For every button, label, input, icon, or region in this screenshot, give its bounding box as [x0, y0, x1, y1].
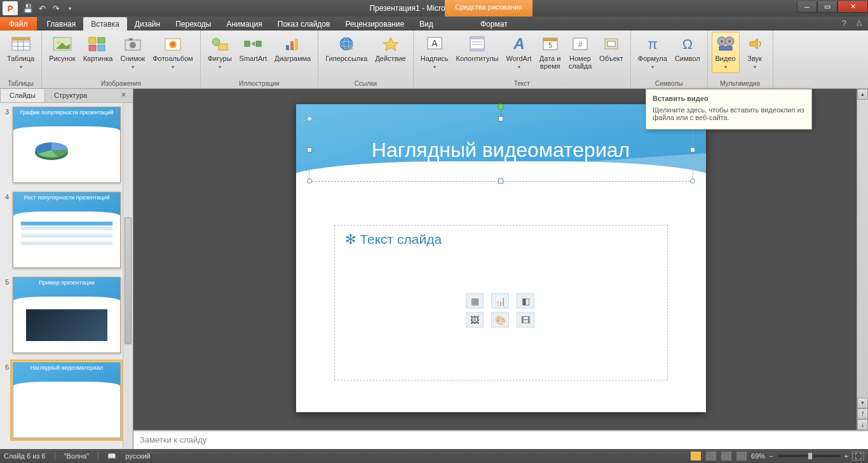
- thumb-number: 5: [3, 277, 9, 353]
- audio-button[interactable]: Звук▾: [741, 32, 769, 73]
- zoom-slider[interactable]: [777, 455, 841, 457]
- thumbnail-4[interactable]: 4 Рост популярности презентаций: [3, 192, 130, 268]
- tab-view[interactable]: Вид: [412, 17, 441, 30]
- symbol-button[interactable]: ΩСимвол: [672, 32, 703, 64]
- wordart-label: WordArt: [506, 55, 532, 62]
- help-icon[interactable]: ?: [842, 18, 846, 28]
- thumbnail-6[interactable]: 6 Наглядный видеоматериал: [3, 362, 130, 438]
- picture-button[interactable]: Рисунок: [46, 32, 79, 64]
- slidenum-button[interactable]: #Номер слайда: [566, 32, 595, 72]
- tab-transitions[interactable]: Переходы: [168, 17, 219, 30]
- slidenum-label: Номер слайда: [569, 55, 592, 70]
- table-button[interactable]: Таблица▾: [4, 32, 37, 73]
- svg-rect-25: [290, 41, 294, 50]
- video-button[interactable]: Видео▾: [712, 32, 740, 73]
- clipart-button[interactable]: Картинка: [80, 32, 116, 64]
- resize-handle[interactable]: [498, 116, 503, 121]
- datetime-button[interactable]: 5Дата и время: [536, 32, 564, 72]
- scroll-up-icon[interactable]: ▲: [857, 89, 868, 100]
- svg-rect-45: [607, 41, 615, 46]
- panel-close-icon[interactable]: ✕: [114, 89, 133, 102]
- status-language[interactable]: русский: [125, 452, 150, 460]
- tab-design[interactable]: Дизайн: [127, 17, 168, 30]
- photoalbum-icon: [163, 34, 183, 54]
- table-icon: [11, 34, 31, 54]
- title-placeholder[interactable]: Наглядный видеоматериал: [309, 118, 693, 182]
- zoom-out-button[interactable]: −: [769, 452, 773, 460]
- contextual-tab-label: Средства рисования: [445, 0, 532, 17]
- tab-insert[interactable]: Вставка: [83, 17, 127, 30]
- minimize-button[interactable]: ─: [797, 1, 817, 13]
- resize-handle[interactable]: [307, 178, 312, 184]
- fit-window-button[interactable]: ⛶: [852, 452, 864, 460]
- wordart-button[interactable]: AWordArt▾: [503, 32, 535, 73]
- resize-handle[interactable]: [690, 178, 695, 184]
- file-tab[interactable]: Файл: [0, 17, 37, 30]
- insert-table-icon[interactable]: ▦: [466, 293, 484, 308]
- slide-stage[interactable]: Наглядный видеоматериал ✻ Текст слайда: [133, 89, 868, 430]
- insert-chart-icon[interactable]: 📊: [491, 293, 509, 308]
- tab-animations[interactable]: Анимация: [219, 17, 269, 30]
- work-area: Слайды Структура ✕ 3 График популярности…: [0, 89, 868, 449]
- resize-handle[interactable]: [307, 147, 312, 152]
- normal-view-button[interactable]: [690, 451, 702, 461]
- qat-more-icon[interactable]: ▾: [64, 2, 76, 15]
- action-button[interactable]: Действие: [372, 32, 409, 64]
- video-label: Видео: [715, 55, 736, 62]
- svg-text:5: 5: [548, 41, 552, 49]
- shapes-icon: [210, 34, 230, 54]
- shapes-button[interactable]: Фигуры▾: [205, 32, 235, 73]
- headerfooter-button[interactable]: Колонтитулы: [453, 32, 502, 64]
- tab-format[interactable]: Формат: [473, 17, 515, 30]
- hyperlink-button[interactable]: Гиперссылка: [322, 32, 370, 64]
- smartart-button[interactable]: SmartArt: [236, 32, 270, 64]
- tab-review[interactable]: Рецензирование: [337, 17, 412, 30]
- next-slide-icon[interactable]: ⭳: [857, 419, 868, 430]
- thumb-title: График популярности презентаций: [13, 107, 120, 116]
- tab-home[interactable]: Главная: [39, 17, 84, 30]
- reading-view-button[interactable]: [721, 451, 732, 461]
- canvas-scrollbar[interactable]: ▲ ▼ ⭱ ⭳: [857, 89, 868, 430]
- svg-rect-24: [286, 45, 289, 50]
- screenshot-button[interactable]: Снимок▾: [117, 32, 148, 73]
- chevron-down-icon: ▾: [219, 64, 221, 70]
- sorter-view-button[interactable]: [705, 451, 717, 461]
- object-button[interactable]: Объект: [596, 32, 626, 64]
- scroll-down-icon[interactable]: ▼: [857, 398, 868, 408]
- insert-smartart-icon[interactable]: ◧: [517, 293, 534, 308]
- resize-handle[interactable]: [307, 116, 312, 121]
- slidenum-icon: #: [570, 34, 590, 54]
- thumbnails: 3 График популярности презентаций 4 Рост…: [0, 103, 133, 449]
- insert-picture-icon[interactable]: 🖼: [466, 312, 484, 327]
- equation-button[interactable]: πФормула▾: [635, 32, 670, 73]
- undo-button[interactable]: ↶: [36, 2, 48, 15]
- slideshow-view-button[interactable]: [736, 451, 747, 461]
- panel-tab-slides[interactable]: Слайды: [0, 89, 45, 102]
- notes-pane[interactable]: Заметки к слайду: [133, 430, 868, 449]
- zoom-level[interactable]: 69%: [751, 452, 765, 460]
- tab-slideshow[interactable]: Показ слайдов: [270, 17, 338, 30]
- zoom-in-button[interactable]: +: [844, 452, 848, 460]
- tooltip-title: Вставить видео: [653, 95, 805, 102]
- rotation-handle[interactable]: [498, 104, 504, 110]
- spellcheck-icon[interactable]: 📖: [107, 452, 116, 460]
- photoalbum-button[interactable]: Фотоальбом▾: [149, 32, 196, 73]
- content-placeholder[interactable]: ✻ Текст слайда ▦ 📊 ◧ 🖼 🎨 🎞: [334, 225, 668, 380]
- ribbon-collapse-icon[interactable]: △: [857, 18, 862, 27]
- thumbnail-3[interactable]: 3 График популярности презентаций: [3, 107, 130, 183]
- close-button[interactable]: ✕: [837, 1, 868, 13]
- maximize-button[interactable]: ▭: [817, 1, 837, 13]
- save-button[interactable]: 💾: [22, 2, 34, 15]
- clipart-label: Картинка: [83, 55, 113, 62]
- thumb-scrollbar[interactable]: [123, 103, 133, 449]
- redo-button[interactable]: ↷: [50, 2, 62, 15]
- textbox-button[interactable]: AНадпись▾: [417, 32, 452, 73]
- resize-handle[interactable]: [498, 178, 503, 184]
- resize-handle[interactable]: [690, 147, 695, 152]
- chart-button[interactable]: Диаграмма: [271, 32, 314, 64]
- insert-media-icon[interactable]: 🎞: [517, 312, 534, 327]
- thumbnail-5[interactable]: 5 Пример презентации: [3, 277, 130, 353]
- panel-tab-outline[interactable]: Структура: [45, 89, 96, 102]
- prev-slide-icon[interactable]: ⭱: [857, 408, 868, 419]
- insert-clipart-icon[interactable]: 🎨: [491, 312, 509, 327]
